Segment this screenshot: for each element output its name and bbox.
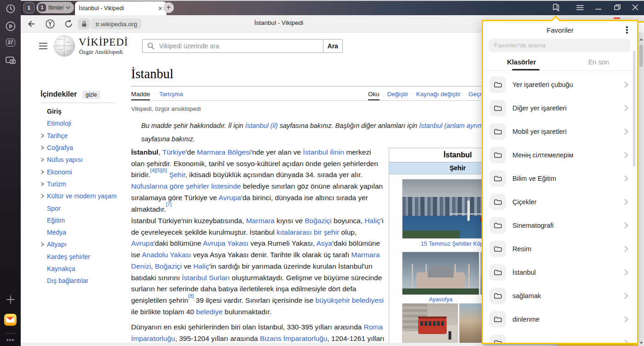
page-tab[interactable]: Tartışma: [159, 91, 183, 101]
toc-item[interactable]: Kaynakça: [40, 263, 137, 275]
kebab-menu-icon[interactable]: •••: [623, 26, 631, 34]
new-tab-button[interactable]: +: [163, 2, 174, 13]
wiki-link[interactable]: Boğaziçi: [155, 262, 182, 270]
page-action-tab[interactable]: Değiştir: [387, 91, 408, 101]
page-action-tab[interactable]: Kaynağı değiştir: [416, 91, 461, 101]
wiki-link[interactable]: Marmara Bölgesi: [197, 148, 251, 156]
wiki-link[interactable]: Boğaziçi: [305, 217, 332, 225]
folder-item[interactable]: Çiçekler: [483, 190, 637, 213]
toc-expand-arrow-icon[interactable]: [40, 170, 47, 174]
folder-item[interactable]: dinlenme: [483, 307, 637, 331]
toc-expand-arrow-icon[interactable]: [40, 133, 47, 138]
tab-folders[interactable]: Klasörler: [483, 58, 560, 66]
yandex-y-icon[interactable]: [45, 18, 56, 29]
reference-link[interactable]: [8]: [188, 293, 194, 299]
back-arrow-icon[interactable]: [26, 18, 37, 29]
wiki-link[interactable]: Asya: [316, 239, 332, 247]
tab-group-pill[interactable]: 1 filmler: [36, 2, 74, 13]
toc-item[interactable]: Giriş: [40, 105, 137, 117]
toc-item[interactable]: Kardeş şehirler: [40, 251, 137, 263]
page-vertical-scrollbar[interactable]: [638, 33, 644, 346]
folder-item[interactable]: Менің сілтемелерім: [483, 143, 637, 167]
tab-recent[interactable]: En son: [560, 58, 638, 66]
toc-expand-arrow-icon[interactable]: [40, 145, 47, 150]
scroll-up-arrow[interactable]: [639, 38, 643, 40]
folder-item[interactable]: [483, 331, 637, 343]
wiki-link[interactable]: Türkiye: [162, 148, 186, 156]
folder-item[interactable]: Bilim ve Eğitim: [483, 167, 637, 190]
folder-item[interactable]: Diğer yer işaretleri: [483, 96, 637, 120]
wiki-link[interactable]: İstanbul ilinin: [303, 148, 345, 156]
reference-link[interactable]: [4][5][6]: [150, 167, 167, 173]
toc-item[interactable]: Coğrafya: [40, 142, 137, 154]
toc-item[interactable]: Tarihçe: [40, 130, 137, 142]
page-action-tab[interactable]: Oku: [368, 91, 380, 101]
active-tab[interactable]: W İstanbul - Vikipedi ✕: [75, 1, 167, 15]
toc-expand-arrow-icon[interactable]: [40, 194, 47, 198]
wiki-link[interactable]: İstanbul Surları: [182, 274, 230, 282]
infobox-image-tram[interactable]: [402, 304, 458, 343]
vertical-scroll-thumb[interactable]: [639, 45, 643, 67]
infobox-caption-ayasofya[interactable]: Ayasofya: [402, 296, 479, 303]
counter-badge[interactable]: 37: [6, 39, 15, 46]
toc-item[interactable]: Etimoloji: [40, 117, 137, 129]
toc-item[interactable]: Spor: [40, 202, 137, 214]
minimize-icon[interactable]: [593, 3, 604, 12]
wiki-link[interactable]: Avrupa: [131, 239, 154, 247]
address-bar[interactable]: tr.wikipedia.org: [91, 18, 142, 29]
wiki-link[interactable]: kıtalararası bir şehir: [276, 228, 339, 236]
wiki-link[interactable]: Nüfuslarına göre şehirler listesinde: [131, 182, 241, 190]
wiki-link[interactable]: Avrupa Yakası: [203, 239, 248, 247]
wiki-search-input[interactable]: [158, 42, 323, 50]
toc-item[interactable]: Nüfus yapısı: [40, 154, 137, 166]
menu-icon[interactable]: [575, 3, 585, 12]
toc-item[interactable]: Dış bağlantılar: [40, 275, 137, 287]
folder-item[interactable]: sağlamak: [483, 284, 637, 307]
wikipedia-wordmark[interactable]: VİKİPEDİ: [79, 36, 128, 48]
toc-item[interactable]: Medya: [40, 226, 137, 238]
wiki-link[interactable]: İstanbul (anlam ayrımı): [419, 122, 487, 129]
folder-item[interactable]: İstanbul: [483, 260, 637, 284]
toc-item[interactable]: Altyapı: [40, 238, 137, 250]
more-dots-icon[interactable]: •••: [6, 336, 15, 344]
toc-expand-arrow-icon[interactable]: [40, 182, 47, 186]
screenshot-camera-icon[interactable]: [5, 55, 17, 66]
page-tab[interactable]: Madde: [131, 91, 150, 101]
toc-item[interactable]: Kültür ve modern yaşam: [40, 190, 137, 202]
toc-item[interactable]: Eğitim: [40, 214, 137, 226]
wiki-link[interactable]: İstanbul (il): [245, 122, 278, 129]
folder-item[interactable]: Resim: [483, 237, 637, 260]
play-circle-icon[interactable]: [5, 21, 16, 32]
favorites-search-input[interactable]: [489, 39, 631, 52]
wiki-link[interactable]: Marmara: [246, 217, 275, 225]
folder-item[interactable]: Mobil yer işaretleri: [483, 120, 637, 143]
restore-window-icon[interactable]: [612, 3, 622, 12]
wiki-link[interactable]: Bizans İmparatorluğu: [260, 334, 327, 342]
toc-expand-arrow-icon[interactable]: [40, 157, 47, 162]
scroll-down-arrow[interactable]: [639, 342, 643, 344]
wiki-link[interactable]: büyükşehir belediyesi: [316, 296, 384, 304]
wiki-link[interactable]: Haliç: [193, 262, 209, 270]
wiki-link[interactable]: belediye: [196, 308, 223, 316]
infobox-image-ayasofya[interactable]: [402, 252, 479, 294]
bookmarks-icon[interactable]: [551, 3, 561, 12]
folder-item[interactable]: Sinematografi: [483, 213, 637, 237]
folder-item[interactable]: Yer işaretleri çubuğu: [483, 73, 637, 96]
panel-scrollbar-thumb[interactable]: [633, 51, 635, 167]
tab-close-icon[interactable]: ✕: [158, 5, 163, 12]
wiki-menu-icon[interactable]: [39, 41, 47, 51]
add-panel-plus-icon[interactable]: [6, 294, 16, 305]
site-security-lock[interactable]: [78, 18, 90, 29]
wiki-link[interactable]: Şehir: [169, 171, 185, 179]
reference-link[interactable]: [7]: [166, 202, 172, 207]
wikipedia-globe-logo[interactable]: [54, 35, 75, 57]
toc-hide-button[interactable]: gizle: [82, 91, 100, 99]
wiki-link[interactable]: Haliç: [365, 217, 380, 225]
toc-item[interactable]: Ekonomi: [40, 166, 137, 178]
wiki-search-button[interactable]: Ara: [323, 39, 343, 53]
close-window-icon[interactable]: [630, 3, 640, 12]
toc-item[interactable]: Turizm: [40, 178, 137, 190]
wiki-link[interactable]: Anadolu Yakası: [142, 251, 191, 259]
history-clock-icon[interactable]: [6, 4, 16, 14]
yandex-mail-icon[interactable]: [4, 314, 17, 326]
